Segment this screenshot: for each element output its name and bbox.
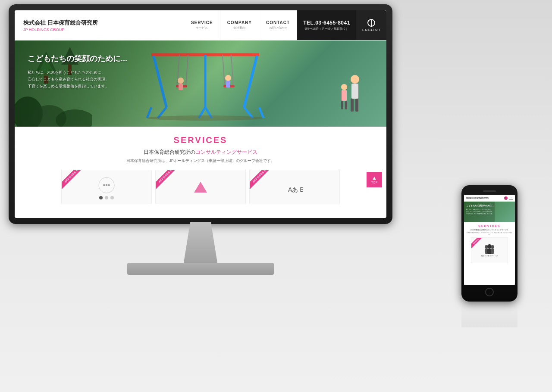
dot-1 bbox=[99, 196, 103, 199]
mobile-website: 株式会社日本保育総合研究所 📞 こどもたちの笑顔のために... bbox=[464, 195, 515, 285]
hero-desc-line1: 私たちは、未来を担うこどもたちのために、 bbox=[28, 69, 127, 76]
nav-english[interactable]: ENGLISH bbox=[356, 10, 386, 40]
service-cards: SERVICES.1 ••• bbox=[28, 170, 373, 204]
services-subtitle: 日本保育総合研究所のコンサルティングサービス bbox=[28, 149, 373, 156]
monitor-neck bbox=[183, 222, 218, 265]
mobile-header-right: 📞 bbox=[504, 196, 513, 200]
svg-rect-29 bbox=[351, 84, 358, 99]
services-section: SERVICES 日本保育総合研究所のコンサルティングサービス 日本保育総合研究… bbox=[15, 127, 386, 208]
service-card-3: SERVICES.3 Aあ B♪ C♦ bbox=[249, 170, 340, 204]
svg-rect-48 bbox=[491, 249, 494, 254]
svg-line-20 bbox=[223, 55, 225, 86]
svg-rect-26 bbox=[226, 81, 230, 87]
mobile-services-subtitle: 日本保育総合研究所のコンサルティングサービス bbox=[466, 229, 513, 231]
mobile-hero: こどもたちの笑顔のために... 私たちは、未来を担うこどもたちのために、 安心し… bbox=[464, 202, 515, 222]
mobile-logo: 株式会社日本保育総合研究所 bbox=[466, 197, 489, 199]
svg-rect-33 bbox=[342, 90, 347, 101]
nav-service-sublabel: サービス bbox=[196, 26, 208, 30]
phone-reflection bbox=[461, 302, 518, 327]
subtitle-before: 日本保育総合研究所の bbox=[144, 149, 195, 155]
site-logo: 株式会社 日本保育総合研究所 JP HOLDINGS GROUP bbox=[15, 10, 184, 40]
website: 株式会社 日本保育総合研究所 JP HOLDINGS GROUP SERVICE… bbox=[15, 10, 386, 218]
svg-rect-35 bbox=[345, 101, 347, 109]
mobile-badge: SERVICES.1 bbox=[471, 238, 483, 249]
dot-3 bbox=[110, 196, 114, 199]
monitor-bezel: 株式会社 日本保育総合研究所 JP HOLDINGS GROUP SERVICE… bbox=[9, 4, 392, 224]
svg-rect-30 bbox=[351, 99, 354, 112]
badge-1: SERVICES.1 bbox=[62, 170, 85, 190]
phone-bezel: 株式会社日本保育総合研究所 📞 こどもたちの笑顔のために... bbox=[461, 185, 518, 302]
scroll-top-button[interactable]: ▲ TOP bbox=[367, 172, 382, 187]
monitor-screen: 株式会社 日本保育総合研究所 JP HOLDINGS GROUP SERVICE… bbox=[15, 10, 386, 218]
svg-marker-41 bbox=[194, 182, 207, 193]
svg-rect-34 bbox=[341, 101, 343, 109]
nav-company-label: COMPANY bbox=[227, 20, 252, 25]
menu-bar-3 bbox=[509, 199, 513, 199]
menu-bar-2 bbox=[509, 198, 513, 198]
hero-desc: 私たちは、未来を担うこどもたちのために、 安心してこどもを産み育てられる社会の実… bbox=[28, 69, 127, 90]
mobile-card-icon bbox=[483, 244, 496, 255]
svg-point-32 bbox=[341, 84, 347, 90]
badge-3: SERVICES.3 bbox=[250, 170, 273, 190]
mobile-services-desc: 日本保育総合研究所は、JPホールディングス（東証一部上場）のグループ会社です。 bbox=[466, 232, 513, 235]
mobile-phone: 株式会社日本保育総合研究所 📞 こどもたちの笑顔のために... bbox=[461, 185, 518, 302]
nav-company[interactable]: COMPANY 会社案内 bbox=[220, 10, 259, 40]
svg-line-21 bbox=[231, 55, 233, 86]
nav-contact-label: CONTACT bbox=[266, 20, 290, 25]
tel-hours: 9時〜18時（月〜金／祝日除く） bbox=[304, 27, 349, 31]
svg-line-11 bbox=[259, 107, 263, 118]
mobile-card-label: 施設コンサルティング bbox=[481, 255, 498, 257]
phone-screen: 株式会社日本保育総合研究所 📞 こどもたちの笑顔のために... bbox=[464, 195, 515, 285]
services-desc: 日本保育総合研究所は、JPホールディングス（東証一部上場）のグループ会社です。 bbox=[28, 158, 373, 164]
badge-wrap-1: SERVICES.1 bbox=[62, 170, 85, 194]
mobile-hero-title: こどもたちの笑顔のために... bbox=[466, 204, 494, 207]
svg-rect-31 bbox=[355, 99, 358, 112]
hero-title: こどもたちの笑顔のために... bbox=[28, 53, 127, 64]
menu-bar-1 bbox=[509, 197, 513, 197]
badge-2: SERVICES.2 bbox=[156, 170, 179, 190]
dot-2 bbox=[105, 196, 108, 199]
nav-contact[interactable]: CONTACT お問い合わせ bbox=[259, 10, 297, 40]
monitor-base bbox=[127, 263, 274, 275]
mobile-menu-icon[interactable] bbox=[509, 197, 513, 199]
nav-contact-sublabel: お問い合わせ bbox=[269, 26, 287, 30]
svg-text:Aあ B♪ C♦: Aあ B♪ C♦ bbox=[288, 186, 303, 193]
desktop-monitor: 株式会社 日本保育総合研究所 JP HOLDINGS GROUP SERVICE… bbox=[9, 4, 392, 276]
service-card-2: SERVICES.2 bbox=[155, 170, 246, 204]
svg-point-25 bbox=[225, 75, 231, 81]
svg-point-47 bbox=[491, 245, 494, 249]
mobile-hero-desc: 私たちは、未来を担うこどもたちのために、 安心してこどもを産み育てられる社会の実… bbox=[466, 208, 493, 215]
hero-desc-line3: 子育てを楽しめる環境整備を目指しています。 bbox=[28, 83, 127, 90]
svg-line-9 bbox=[251, 56, 257, 84]
site-nav: SERVICE サービス COMPANY 会社案内 CONTACT お問い合わせ bbox=[184, 10, 386, 40]
hero-section: こどもたちの笑顔のために... 私たちは、未来を担うこどもたちのために、 安心し… bbox=[15, 40, 386, 127]
mobile-header: 株式会社日本保育総合研究所 📞 bbox=[464, 195, 515, 202]
mobile-services-title: SERVICES bbox=[466, 224, 513, 227]
scroll-top-arrow: ▲ bbox=[372, 175, 377, 180]
nav-service-label: SERVICE bbox=[191, 20, 213, 25]
mobile-service-card-1: SERVICES.1 施設コンサルティング bbox=[471, 237, 508, 263]
logo-main-text: 株式会社 日本保育総合研究所 bbox=[23, 19, 176, 27]
tel-number: TEL.03-6455-8041 bbox=[303, 20, 350, 26]
nav-tel[interactable]: TEL.03-6455-8041 9時〜18時（月〜金／祝日除く） bbox=[297, 10, 356, 40]
english-label: ENGLISH bbox=[362, 28, 380, 32]
phone-speaker bbox=[483, 190, 496, 192]
card-1-icon: ••• bbox=[98, 177, 115, 194]
people-right bbox=[325, 71, 368, 122]
globe-icon bbox=[367, 19, 375, 27]
card-3-icon: Aあ B♪ C♦ bbox=[286, 180, 303, 197]
card-1-dots bbox=[99, 196, 114, 199]
badge-wrap-2: SERVICES.2 bbox=[156, 170, 179, 194]
mobile-phone-icon[interactable]: 📞 bbox=[504, 196, 508, 200]
scroll-top-label: TOP bbox=[371, 181, 377, 184]
logo-sub-text: JP HOLDINGS GROUP bbox=[23, 28, 176, 32]
subtitle-pink: コンサルティングサービス bbox=[195, 149, 257, 155]
nav-service[interactable]: SERVICE サービス bbox=[184, 10, 220, 40]
hero-desc-line2: 安心してこどもを産み育てられる社会の実現、 bbox=[28, 76, 127, 83]
card-2-icon bbox=[192, 180, 209, 197]
services-title: SERVICES bbox=[28, 135, 373, 145]
hero-text: こどもたちの笑顔のために... 私たちは、未来を担うこどもたちのために、 安心し… bbox=[28, 53, 127, 90]
site-header: 株式会社 日本保育総合研究所 JP HOLDINGS GROUP SERVICE… bbox=[15, 10, 386, 40]
phone-home-button[interactable] bbox=[485, 288, 494, 296]
service-card-1: SERVICES.1 ••• bbox=[61, 170, 152, 204]
